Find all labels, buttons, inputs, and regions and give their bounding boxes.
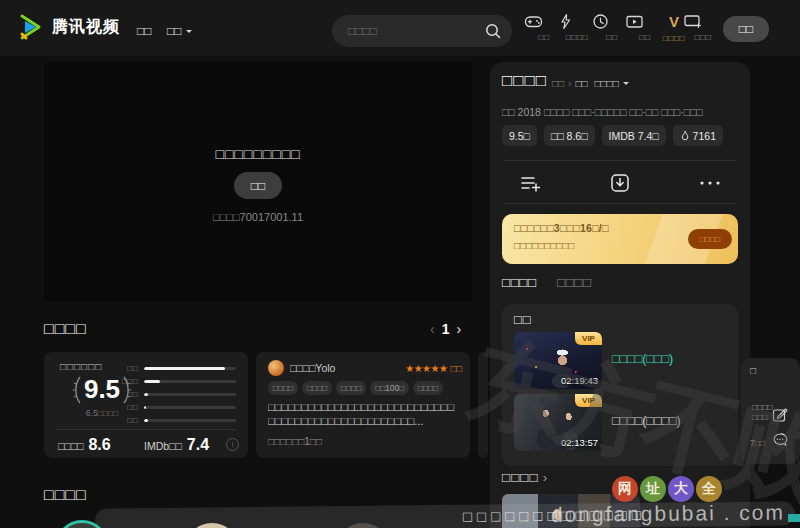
chevron-down-icon <box>623 82 629 88</box>
breadcrumb-separator: › <box>568 78 571 89</box>
vip-subscribe-button[interactable]: □□□□ <box>688 229 732 249</box>
score-brand-label: □□□□□□ <box>60 361 102 372</box>
logo-wordmark: 腾讯视频 <box>52 17 120 38</box>
login-button[interactable]: □□ <box>723 16 769 42</box>
score-card: □□□□□□ 9.5 6.5□□□□ □□ □□□ □□ □□ <box>44 352 248 458</box>
episode-title[interactable]: □□□□(□□□□) <box>612 414 681 428</box>
comment-tags: □□□□ □□□□ □□□□ □□100□ □□□□ <box>268 381 443 395</box>
quicklink-download-client[interactable]: □□□ <box>683 13 723 42</box>
imdb-score: IMDb□□ 7.4 <box>144 436 209 454</box>
breadcrumb: □□ › □□ □□□□ <box>552 78 629 89</box>
heat-badge: 7161 <box>673 125 723 146</box>
quicklink-flash[interactable]: □□□□ <box>557 13 597 42</box>
cast-avatar[interactable] <box>336 523 390 528</box>
video-meta-line: □□ 2018 □□□□ □□□·□□□□□ □□·□□ □□□·□□□ <box>502 106 740 118</box>
tab-extras[interactable]: □□□□ <box>557 275 592 290</box>
episode-thumbnail[interactable]: VIP 02:19:43 <box>514 332 602 389</box>
episode-list-header: □□ <box>514 312 532 327</box>
comment-tag[interactable]: □□□□ <box>268 381 298 395</box>
retry-button[interactable]: □□ <box>234 172 282 199</box>
comment-username: □□□□Yolo <box>290 362 405 374</box>
comment-tag[interactable]: □□100□ <box>370 381 409 395</box>
search-icon[interactable] <box>484 22 502 40</box>
vip-icon: V <box>669 13 679 30</box>
comments-bubble-icon[interactable] <box>772 432 788 448</box>
breadcrumb-category[interactable]: □□ <box>575 78 587 89</box>
comment-body: □□□□□□□□□□□□□□□□□□□□□□□□□□□□□□□□□□□□□□□□… <box>268 400 460 428</box>
related-video-thumbnail[interactable] <box>502 494 640 528</box>
episode-duration: 02:13:57 <box>561 437 598 448</box>
episode-thumbnail[interactable]: VIP 02:13:57 <box>514 394 602 451</box>
lightning-icon <box>557 13 597 30</box>
rating-bar-row: □□ <box>112 389 236 399</box>
laurel-left-icon <box>72 375 82 405</box>
breadcrumb-root[interactable]: □□ <box>552 78 564 89</box>
add-to-list-button[interactable] <box>510 168 550 198</box>
vip-promo-line2: □□□□□□□□□□ <box>514 240 574 251</box>
comment-count-label: 7□□ <box>750 438 765 448</box>
comment-card[interactable]: □□□□Yolo ★★★★★ □□ □□□□ □□□□ □□□□ □□100□ … <box>256 352 470 458</box>
player-error-code: □□□□70017001.11 <box>44 211 472 223</box>
pager-prev-icon[interactable]: ‹ <box>430 321 435 337</box>
breadcrumb-current[interactable]: □□□□ <box>595 78 619 89</box>
comment-tag[interactable]: □□□□ <box>302 381 332 395</box>
rating-badges: 9.5□ □□ 8.6□ IMDB 7.4□ 7161 <box>502 125 723 146</box>
video-player[interactable]: □□□□□□□□□ □□ □□□□70017001.11 <box>44 62 472 302</box>
float-notice-text: □□□□□□□ <box>752 402 774 422</box>
episode-item-1[interactable]: VIP 02:19:43 □□□□(□□□) <box>514 332 726 389</box>
flame-icon <box>680 130 690 142</box>
comment-card-partial <box>478 352 488 458</box>
episode-title[interactable]: □□□□(□□□) <box>612 352 673 366</box>
episode-list-card: □□ VIP 02:19:43 □□□□(□□□) VIP 02:13:57 □… <box>502 304 738 466</box>
chevron-right-icon: › <box>543 470 549 485</box>
vip-badge: VIP <box>575 332 602 345</box>
nav-item-channels[interactable]: □□ <box>167 24 192 38</box>
feedback-float-panel: □ □□□□□□□ 7□□ <box>741 358 800 464</box>
top-navigation-bar: 腾讯视频 □□ □□ □□□□ <box>0 0 800 56</box>
nav-item-home[interactable]: □□ <box>137 24 152 38</box>
more-actions-button[interactable] <box>690 168 730 198</box>
corner-chip <box>788 514 800 522</box>
download-button[interactable] <box>600 168 640 198</box>
collapse-handle[interactable]: □ <box>750 365 756 376</box>
video-info-panel: □□□□ □□ › □□ □□□□ □□ 2018 □□□□ □□□·□□□□□… <box>490 62 750 528</box>
score-badge: 9.5□ <box>502 125 537 146</box>
search-placeholder: □□□□ <box>348 24 377 38</box>
avatar <box>268 360 284 376</box>
divider <box>504 203 736 204</box>
tencent-video-page: 腾讯视频 □□ □□ □□□□ <box>0 0 800 528</box>
write-review-icon[interactable] <box>772 407 788 423</box>
rating-bar-row: □□□ <box>112 376 236 386</box>
player-error-text: □□□□□□□□□ <box>44 146 472 162</box>
star-rating-icons: ★★★★★ <box>405 363 447 374</box>
tab-episodes[interactable]: □□□□ <box>502 275 537 290</box>
vip-promo-line1: □□□□□□3□□□16□/□ <box>514 222 609 234</box>
douban-badge: □□ 8.6□ <box>544 125 595 146</box>
pager-next-icon[interactable]: › <box>456 321 461 337</box>
imdb-badge: IMDB 7.4□ <box>602 125 666 146</box>
vip-badge: VIP <box>575 394 602 407</box>
related-section-title[interactable]: □□□□› <box>502 470 548 485</box>
pager-current-page: 1 <box>442 321 450 337</box>
rating-bar-row: □□ <box>112 363 236 373</box>
cast-avatar[interactable] <box>55 520 109 528</box>
tv-plus-icon <box>683 13 723 30</box>
divider <box>56 429 236 430</box>
comment-tag[interactable]: □□□□ <box>413 381 443 395</box>
comment-replies-link[interactable]: □□□□□□1□□ <box>268 436 322 447</box>
cast-avatar[interactable] <box>185 523 239 528</box>
vip-promo-banner[interactable]: □□□□□□3□□□16□/□ □□□□□□□□□□ □□□□ <box>502 214 738 264</box>
search-input[interactable]: □□□□ <box>332 15 512 47</box>
episode-duration: 02:19:43 <box>561 375 598 386</box>
comment-tag[interactable]: □□□□ <box>336 381 366 395</box>
tencent-video-logo[interactable]: 腾讯视频 <box>14 12 120 42</box>
cast-section-title: □□□□ <box>44 486 87 504</box>
play-logo-icon <box>14 12 44 42</box>
divider <box>504 160 736 161</box>
chevron-down-icon <box>186 30 192 36</box>
reviews-pager: ‹ 1 › <box>430 321 461 337</box>
episode-item-2[interactable]: VIP 02:13:57 □□□□(□□□□) <box>514 394 726 451</box>
info-icon[interactable]: i <box>226 438 239 451</box>
video-title: □□□□ <box>502 71 547 91</box>
rating-bar-row: □□ <box>112 402 236 412</box>
